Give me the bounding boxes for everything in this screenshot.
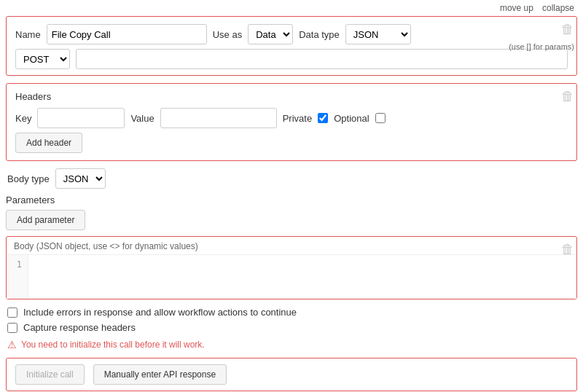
move-up-action[interactable]: move up [500,3,533,13]
include-errors-label: Include errors in response and allow wor… [23,307,297,318]
url-input[interactable] [76,49,568,69]
hint-text: (use [] for params) [509,42,574,51]
warning-icon: ⚠ [7,339,17,350]
method-select[interactable]: POST GET PUT DELETE [15,49,70,69]
data-type-select[interactable]: JSON [345,24,411,44]
use-as-select[interactable]: Data [248,24,293,44]
name-label: Name [15,29,41,40]
capture-headers-label: Capture response headers [23,322,136,333]
initialize-call-button[interactable]: Initialize call [15,364,85,385]
warning-text: You need to initialize this call before … [21,340,205,350]
body-textarea[interactable] [28,255,576,299]
add-header-button[interactable]: Add header [15,133,82,153]
key-label: Key [15,113,31,124]
private-label: Private [283,113,312,124]
body-type-label: Body type [7,173,50,184]
delete-icon-3[interactable]: 🗑 [561,242,574,256]
data-type-label: Data type [299,29,340,40]
parameters-label: Parameters [6,195,55,205]
body-type-select[interactable]: JSON Form Raw [55,168,106,189]
value-label: Value [130,113,154,124]
manually-enter-api-button[interactable]: Manually enter API response [93,364,227,385]
name-input[interactable] [47,24,207,44]
delete-icon-2[interactable]: 🗑 [561,89,574,103]
add-parameter-button[interactable]: Add parameter [6,210,85,230]
include-errors-checkbox[interactable] [7,307,17,318]
optional-label: Optional [334,113,369,124]
line-numbers: 1 [7,255,28,299]
value-input[interactable] [160,108,277,128]
optional-checkbox[interactable] [375,113,386,123]
capture-headers-checkbox[interactable] [7,323,17,333]
private-checkbox[interactable] [318,113,328,123]
use-as-label: Use as [213,29,242,40]
body-section-label: Body (JSON object, use <> for dynamic va… [7,237,576,255]
key-input[interactable] [37,108,125,128]
delete-icon-1[interactable]: 🗑 [561,22,574,36]
headers-label: Headers [15,91,568,102]
collapse-action[interactable]: collapse [542,3,574,13]
